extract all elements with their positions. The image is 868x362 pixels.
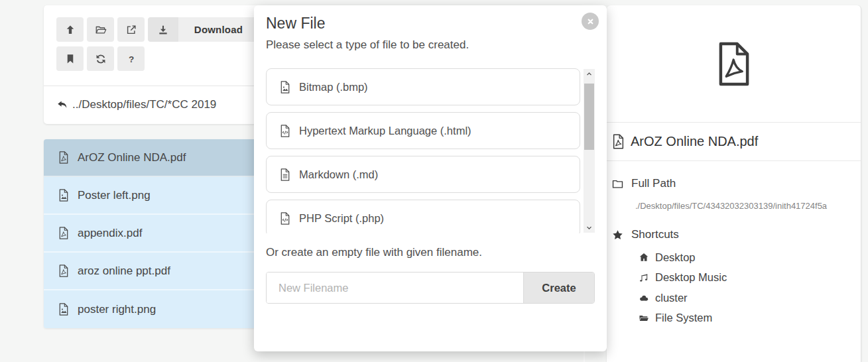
download-icon-segment: [148, 17, 178, 42]
create-button[interactable]: Create: [523, 272, 594, 303]
folder-open-icon: [95, 24, 107, 36]
music-icon: [639, 272, 649, 283]
file-name: aroz online ppt.pdf: [78, 265, 170, 278]
shortcuts-list: Desktop Desktop Music cluster File Syste…: [607, 247, 861, 328]
scrollbar-thumb[interactable]: [584, 84, 594, 150]
download-icon: [157, 24, 169, 36]
question-icon: ?: [125, 53, 137, 65]
open-external-button[interactable]: [117, 17, 145, 42]
chevron-down-icon: [586, 224, 593, 231]
file-type-label: Bitmap (.bmp): [299, 81, 368, 93]
help-button[interactable]: ?: [117, 46, 145, 71]
cloud-icon: [639, 292, 649, 303]
modal-subtitle: Please select a type of file to be creat…: [266, 37, 595, 53]
download-button[interactable]: Download: [148, 17, 259, 42]
file-image-icon: [58, 189, 69, 202]
close-icon: [586, 17, 595, 27]
file-name: appendix.pdf: [78, 227, 142, 240]
file-code-icon: [280, 212, 290, 225]
shortcut-label: Desktop Music: [655, 271, 727, 284]
properties-panel: ArOZ Online NDA.pdf Full Path ./Desktop/…: [607, 5, 861, 362]
bookmark-button[interactable]: [56, 46, 84, 71]
file-type-label: Markdown (.md): [299, 168, 378, 181]
file-type-html[interactable]: Hypertext Markup Language (.html): [266, 112, 580, 149]
scroll-down-button[interactable]: [584, 223, 595, 233]
file-name: poster right.png: [78, 303, 156, 316]
folder-open-icon: [639, 313, 649, 324]
new-filename-input[interactable]: [267, 272, 523, 303]
full-path-row: Full Path: [607, 177, 861, 190]
shortcuts-row: Shortcuts: [607, 228, 861, 241]
file-image-icon: [58, 303, 69, 316]
folder-icon: [611, 178, 624, 190]
file-pdf-preview-icon: [715, 42, 753, 86]
file-pdf-icon: [58, 151, 69, 164]
refresh-icon: [95, 53, 107, 65]
full-path-label: Full Path: [631, 177, 676, 190]
new-file-modal: New File Please select a type of file to…: [254, 5, 607, 351]
external-link-icon: [125, 24, 137, 36]
file-pdf-icon: [58, 227, 69, 239]
properties-file-name: ArOZ Online NDA.pdf: [631, 134, 758, 149]
star-icon: [611, 229, 624, 241]
full-path-value: ./Desktop/files/TC/43432032303139/inith4…: [635, 201, 861, 211]
file-type-bitmap[interactable]: Bitmap (.bmp): [266, 68, 580, 105]
shortcut-cluster[interactable]: cluster: [607, 288, 861, 308]
shortcut-label: cluster: [655, 292, 688, 304]
arrow-up-icon: [64, 24, 76, 36]
svg-text:?: ?: [128, 54, 133, 64]
breadcrumb-path: ../Desktop/files/TC/*CC 2019: [72, 98, 216, 111]
chevron-up-icon: [586, 70, 593, 78]
home-icon: [639, 252, 649, 263]
file-type-label: PHP Script (.php): [299, 212, 384, 225]
scroll-up-button[interactable]: [584, 69, 595, 79]
scrollbar[interactable]: [584, 69, 595, 233]
shortcut-label: File System: [655, 312, 712, 324]
shortcuts-label: Shortcuts: [631, 228, 679, 241]
shortcut-desktop-music[interactable]: Desktop Music: [607, 268, 861, 288]
file-type-markdown[interactable]: Markdown (.md): [266, 156, 580, 193]
shortcut-file-system[interactable]: File System: [607, 308, 861, 329]
file-pdf-icon: [612, 134, 625, 149]
file-preview: [607, 5, 861, 123]
file-image-icon: [280, 81, 290, 93]
file-name: ArOZ Online NDA.pdf: [78, 151, 186, 164]
empty-file-hint: Or create an empty file with given filen…: [266, 245, 595, 260]
file-type-list: Bitmap (.bmp) Hypertext Markup Language …: [266, 68, 595, 233]
file-text-icon: [280, 168, 290, 181]
reply-arrow-icon: [56, 99, 68, 111]
properties-file-heading: ArOZ Online NDA.pdf: [607, 123, 861, 161]
file-code-icon: [280, 125, 290, 137]
modal-title: New File: [266, 13, 595, 33]
modal-close-button[interactable]: [582, 13, 599, 30]
shortcut-label: Desktop: [655, 251, 696, 264]
file-pdf-icon: [58, 265, 69, 277]
upload-button[interactable]: [56, 17, 84, 42]
open-folder-button[interactable]: [87, 17, 114, 42]
file-name: Poster left.png: [78, 189, 151, 202]
download-button-label: Download: [178, 17, 259, 42]
file-type-php[interactable]: PHP Script (.php): [266, 200, 580, 233]
bookmark-icon: [64, 53, 76, 65]
refresh-button[interactable]: [87, 46, 114, 71]
file-type-label: Hypertext Markup Language (.html): [299, 125, 471, 137]
new-filename-group: Create: [266, 272, 595, 304]
shortcut-desktop[interactable]: Desktop: [607, 247, 861, 268]
